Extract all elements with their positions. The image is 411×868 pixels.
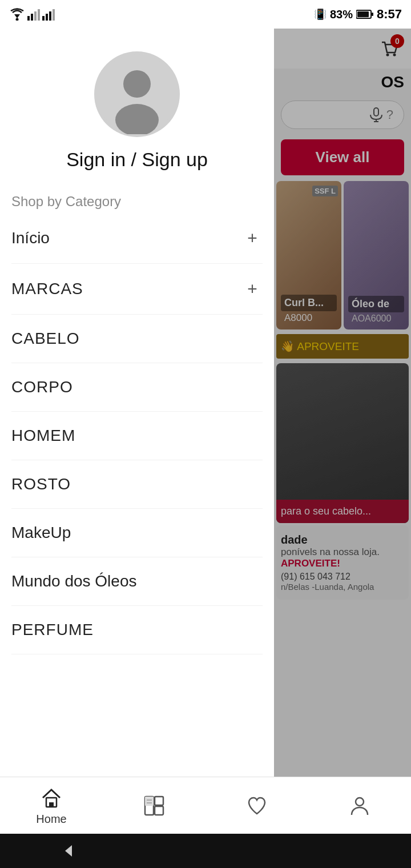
svg-rect-8 [49, 11, 51, 21]
heart-icon [244, 793, 269, 818]
svg-rect-26 [155, 806, 163, 815]
plus-icon-marcas[interactable]: + [242, 279, 263, 299]
svg-rect-4 [34, 11, 37, 21]
nav-item-home[interactable]: Home [0, 785, 103, 826]
app-background: 0 OS ? View all Curl B... A8000 [274, 29, 411, 868]
signal2-icon [42, 8, 55, 21]
menu-item-perfume[interactable]: PERFUME [11, 606, 263, 654]
menu-item-makeup[interactable]: MakeUp [11, 509, 263, 557]
battery-icon [356, 9, 373, 19]
svg-rect-24 [145, 797, 154, 806]
menu-label-inicio: Início [11, 229, 50, 247]
plus-icon-inicio[interactable]: + [242, 228, 263, 248]
bottom-nav: Home [0, 777, 411, 834]
svg-rect-9 [53, 9, 55, 21]
person-icon [347, 793, 372, 818]
android-nav [0, 834, 411, 868]
main-container: 0 OS ? View all Curl B... A8000 [0, 29, 411, 868]
svg-point-29 [356, 798, 364, 806]
menu-label-homem: HOMEM [11, 427, 75, 445]
menu-label-corpo: CORPO [11, 378, 73, 396]
menu-label-cabelo: CABELO [11, 329, 80, 348]
menu-item-corpo[interactable]: CORPO [11, 363, 263, 412]
home-icon [39, 785, 64, 810]
drawer-menu: Início + MARCAS + CABELO CORPO HOMEM ROS… [0, 213, 274, 868]
svg-rect-3 [31, 14, 33, 21]
svg-marker-0 [14, 14, 20, 18]
menu-label-marcas: MARCAS [11, 280, 83, 298]
menu-item-homem[interactable]: HOMEM [11, 412, 263, 460]
menu-item-marcas[interactable]: MARCAS + [11, 264, 263, 315]
menu-item-inicio[interactable]: Início + [11, 213, 263, 264]
menu-item-cabelo[interactable]: CABELO [11, 315, 263, 363]
svg-rect-5 [38, 9, 40, 21]
android-back[interactable] [57, 839, 80, 862]
status-bar: 📳 83% 8:57 [0, 0, 411, 29]
drawer-panel: Sign in / Sign up Shop by Category Iníci… [0, 29, 274, 868]
svg-point-19 [123, 70, 151, 98]
svg-rect-11 [357, 11, 369, 17]
user-avatar-icon [97, 54, 177, 134]
menu-label-perfume: PERFUME [11, 621, 94, 639]
menu-label-makeup: MakeUp [11, 524, 71, 542]
drawer-profile: Sign in / Sign up [0, 29, 274, 188]
battery-percent: 83% [330, 8, 353, 21]
menu-item-oleos[interactable]: Mundo dos Óleos [11, 557, 263, 606]
svg-rect-6 [42, 16, 45, 21]
svg-rect-25 [155, 797, 163, 805]
sign-in-label[interactable]: Sign in / Sign up [66, 148, 208, 171]
wifi-icon [9, 8, 25, 21]
time-display: 8:57 [377, 7, 402, 22]
menu-label-oleos: Mundo dos Óleos [11, 572, 136, 590]
svg-rect-12 [372, 13, 373, 16]
vibrate-icon: 📳 [314, 8, 327, 21]
svg-point-1 [16, 18, 19, 21]
overlay-dimmer [274, 29, 411, 868]
nav-item-account[interactable] [308, 793, 411, 818]
android-home[interactable] [194, 839, 217, 862]
avatar[interactable] [94, 51, 180, 137]
status-right: 📳 83% 8:57 [314, 7, 402, 22]
nav-item-style[interactable] [103, 793, 206, 818]
palette-icon [142, 793, 167, 818]
signal-icon [27, 8, 40, 21]
svg-rect-22 [49, 802, 54, 807]
nav-item-wishlist[interactable] [206, 793, 308, 818]
svg-marker-30 [65, 845, 72, 857]
menu-label-rosto: ROSTO [11, 475, 71, 493]
category-label: Shop by Category [0, 188, 274, 213]
signal-indicators [9, 8, 55, 21]
svg-rect-7 [46, 14, 48, 21]
svg-rect-2 [27, 16, 30, 21]
android-recent[interactable] [331, 839, 354, 862]
nav-label-home: Home [36, 813, 66, 826]
menu-item-rosto[interactable]: ROSTO [11, 460, 263, 509]
